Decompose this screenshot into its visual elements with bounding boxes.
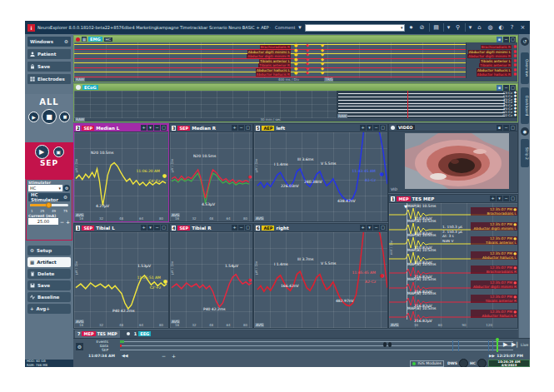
aep-left-header[interactable]: 5 AEP left +▾−□ (254, 124, 387, 132)
all-stop-button[interactable]: ■ (42, 109, 57, 124)
add-icon[interactable]: + (141, 125, 147, 131)
intensity-slider[interactable] (30, 204, 68, 206)
sep-play-button[interactable]: ▶ (35, 145, 49, 159)
zoom-out-button[interactable]: − (162, 353, 166, 359)
tibial-r-header[interactable]: 4 SEP Tibial R +−□ (170, 224, 252, 232)
timeline[interactable]: ⚙ Events Data SEP ▶ ▶| Live 11:07:34 AM … (73, 338, 530, 360)
sep-sequence-button[interactable]: ▣ (53, 146, 64, 157)
minimize-icon[interactable]: − (503, 85, 509, 91)
baseline-marker-icon[interactable]: ● (380, 272, 384, 278)
fast-forward-icon[interactable]: ▶▶ (489, 354, 495, 358)
dock-icon[interactable]: ▪ (497, 85, 502, 91)
minimize-icon[interactable]: − (238, 125, 244, 131)
skip-end-button[interactable]: ▶| (512, 341, 518, 348)
mic-icon[interactable]: ⏺ (407, 23, 416, 32)
maximize-icon[interactable]: □ (510, 85, 516, 91)
all-play-button[interactable]: ▶ (28, 112, 39, 122)
home-caret-icon[interactable]: ▾ (468, 23, 473, 32)
stimulator-select[interactable]: HC ▾ (28, 185, 62, 191)
ecog-panel-header[interactable]: ECoG ▪ − □ (74, 84, 517, 91)
median-r-header[interactable]: 3 SEP Median R +−□ (170, 124, 252, 132)
minimize-icon[interactable]: − (154, 225, 160, 231)
tab-strip-2[interactable]: Strip 2 (521, 139, 529, 167)
probe-caret-icon[interactable]: ▾ (447, 23, 452, 32)
baseline-marker-icon[interactable]: ● (162, 172, 167, 178)
maximize-icon[interactable]: □ (510, 125, 516, 131)
record-circle-icon[interactable]: ● (521, 127, 529, 136)
minimize-icon[interactable]: − (373, 125, 379, 131)
baseline-marker-icon[interactable]: ● (248, 174, 252, 179)
tab-overview[interactable]: Overview (521, 52, 529, 84)
save-button[interactable]: Save (27, 280, 71, 290)
save-session-button[interactable]: Save (27, 62, 71, 72)
help-button[interactable]: ? (508, 23, 517, 32)
add-icon[interactable]: + (141, 225, 147, 231)
minimize-icon[interactable]: − (373, 225, 379, 231)
maximize-icon[interactable]: □ (510, 37, 516, 42)
minimize-icon[interactable]: − (503, 37, 509, 42)
maximize-icon[interactable]: □ (245, 125, 251, 131)
sep-track[interactable] (120, 350, 513, 350)
baseline-marker-icon[interactable]: ● (248, 277, 252, 282)
maximize-icon[interactable]: □ (380, 125, 386, 131)
block-icon[interactable]: ⊘ (418, 23, 427, 32)
record-toggle-icon[interactable] (76, 85, 81, 90)
contrast-theme-icon[interactable]: ◐ (497, 23, 506, 32)
combo-caret-icon[interactable]: ▾ (401, 25, 404, 30)
undo-icon[interactable]: ↺ (521, 37, 529, 46)
pin-icon[interactable]: ▾ (147, 125, 153, 131)
events-track[interactable] (120, 341, 513, 342)
current-plus-button[interactable]: + (66, 219, 70, 225)
baseline-marker-icon[interactable]: ● (163, 278, 167, 284)
add-icon[interactable]: + (232, 225, 237, 231)
delete-button[interactable]: Delete (27, 269, 71, 279)
maximize-icon[interactable]: □ (161, 225, 167, 231)
minimize-icon[interactable]: − (503, 196, 509, 201)
add-icon[interactable]: + (360, 225, 366, 231)
notifications-bell-icon[interactable]: ◍ (487, 23, 495, 32)
gear-icon[interactable]: ⚙ (63, 195, 67, 200)
eeg-cursor-line[interactable] (407, 91, 408, 118)
zoom-in-button[interactable]: + (172, 353, 176, 359)
comment-input[interactable]: ▾ (305, 24, 405, 32)
data-track[interactable] (120, 345, 513, 346)
tab-eeg[interactable]: 1 EEG (132, 330, 153, 338)
playhead[interactable] (497, 339, 498, 352)
stimulator-gear-icon[interactable]: ⚙ (63, 185, 70, 191)
minimize-icon[interactable]: − (238, 225, 244, 231)
timeline-gear-icon[interactable]: ⚙ (76, 343, 83, 350)
timeline-marker[interactable] (383, 342, 387, 347)
play-button[interactable]: ▶ (503, 341, 507, 348)
maximize-icon[interactable]: □ (510, 196, 516, 201)
tibial-l-header[interactable]: 1 SEP Tibial L +▾−□ (74, 224, 168, 232)
home-icon[interactable]: ⌂ (476, 23, 484, 32)
artifact-button[interactable]: ▦Artifact (27, 257, 71, 267)
mep-header[interactable]: 1 MEP TES MEP +▾−□ (389, 195, 517, 203)
dock-icon[interactable]: ▪ (497, 37, 502, 42)
settings-icon[interactable]: ▦ (82, 37, 87, 42)
hc-knob[interactable] (477, 359, 487, 367)
baseline-button[interactable]: Baseline (27, 292, 71, 302)
windows-button[interactable]: Windows ⚙ (27, 37, 71, 47)
maximize-icon[interactable]: □ (380, 225, 386, 231)
maximize-icon[interactable]: □ (161, 125, 167, 131)
add-icon[interactable]: + (490, 196, 496, 201)
pin-icon[interactable]: ▾ (147, 225, 153, 231)
timeline-marker[interactable] (388, 342, 392, 347)
isis-modules-indicator[interactable]: ISIS Modules (410, 360, 444, 367)
median-l-header[interactable]: 2 SEP Median L +▾−□ (74, 124, 168, 132)
record-toggle-icon[interactable] (391, 126, 395, 130)
add-icon[interactable]: + (360, 125, 366, 131)
pin-icon[interactable]: ▾ (497, 196, 502, 201)
current-minus-button[interactable]: − (60, 219, 64, 225)
minimize-icon[interactable]: − (503, 125, 509, 131)
setup-button[interactable]: ⚙Setup (27, 246, 71, 256)
comment-caret-icon[interactable]: ▾ (298, 23, 302, 32)
pin-icon[interactable]: ▾ (367, 225, 372, 231)
current-input[interactable]: 25.00 (28, 218, 58, 225)
electrodes-button[interactable]: Electrodes (27, 74, 71, 84)
hc-stimulator-button[interactable]: HC Stimulator ⚙ (28, 193, 70, 201)
all-pause-button[interactable]: ▮▮ (59, 112, 70, 122)
aep-right-header[interactable]: 6 AEP right +▾−□ (254, 224, 387, 232)
baseline-marker-icon[interactable]: ● (380, 171, 384, 176)
